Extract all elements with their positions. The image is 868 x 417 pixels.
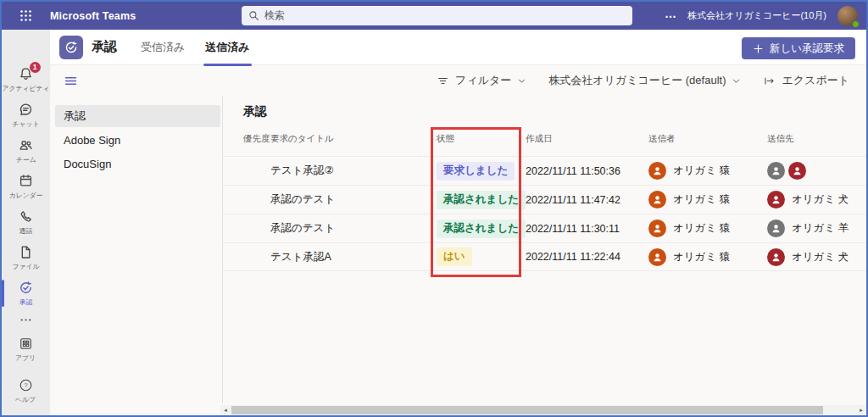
table-row[interactable]: 承認のテスト 承認されました 2022/11/11 11:47:42 オリガミ … xyxy=(222,185,866,214)
rail-item-more[interactable] xyxy=(2,309,50,330)
table-row[interactable]: 承認のテスト 承認されました 2022/11/11 11:30:11 オリガミ … xyxy=(222,214,866,242)
col-status[interactable]: 状態 xyxy=(437,133,526,145)
status-badge: 承認されました xyxy=(437,191,526,209)
recipient-avatar xyxy=(767,191,785,208)
tab-sent[interactable]: 送信済み xyxy=(205,36,249,58)
list-toolbar: フィルター 株式会社オリガミコーヒー (default) エクスポート xyxy=(50,65,866,96)
scroll-right-arrow[interactable]: ▸ xyxy=(856,405,866,415)
hamburger-icon xyxy=(64,74,78,88)
ellipsis-icon xyxy=(18,311,35,328)
col-recipient[interactable]: 送信先 xyxy=(767,133,866,145)
filter-dropdown[interactable]: フィルター xyxy=(437,73,526,88)
export-icon xyxy=(763,75,776,87)
scrollbar-thumb[interactable] xyxy=(231,406,823,414)
recipient-avatar xyxy=(767,248,785,266)
tenant-name: 株式会社オリガミコーヒー(10月) xyxy=(687,9,826,22)
table-row[interactable]: テスト承認② 要求しました 2022/11/11 11:50:36 オリガミ 猿 xyxy=(222,156,866,185)
rail-item-teams[interactable]: チーム xyxy=(2,133,50,169)
apps-icon xyxy=(18,336,35,353)
filter-icon xyxy=(437,75,449,87)
table-row[interactable]: テスト承認A はい 2022/11/11 11:22:44 オリガミ 猿 オリガ… xyxy=(222,242,866,271)
scroll-left-arrow[interactable]: ◂ xyxy=(220,405,231,415)
rail-item-help[interactable]: ? ヘルプ xyxy=(2,373,50,409)
waffle-menu-button[interactable] xyxy=(2,2,50,30)
sender-avatar xyxy=(648,191,666,208)
calendar-icon xyxy=(18,173,35,190)
rail-item-apps[interactable]: アプリ xyxy=(2,331,50,367)
sender-avatar xyxy=(648,220,666,237)
topbar: Microsoft Teams 検索 … 株式会社オリガミコーヒー(10月) xyxy=(2,2,866,30)
rail-item-chat[interactable]: チャット xyxy=(2,97,50,133)
col-title[interactable]: 要求のタイトル xyxy=(270,133,437,145)
rail-item-calls[interactable]: 通話 xyxy=(2,204,50,240)
presence-indicator xyxy=(852,20,860,28)
svg-text:?: ? xyxy=(24,381,28,389)
col-created[interactable]: 作成日 xyxy=(526,133,648,145)
status-badge: 承認されました xyxy=(437,220,526,238)
table-heading: 承認 xyxy=(243,104,866,120)
app-header: 承認 受信済み 送信済み 新しい承認要求 xyxy=(50,30,866,65)
recipient-avatar xyxy=(767,162,785,180)
app-rail: 1 アクティビティ チャット チーム xyxy=(2,30,50,415)
user-avatar[interactable] xyxy=(837,6,858,26)
panel-item-docusign[interactable]: DocuSign xyxy=(55,153,220,175)
search-icon xyxy=(248,10,259,21)
app-title: Microsoft Teams xyxy=(50,10,136,22)
notification-badge: 1 xyxy=(30,62,41,73)
horizontal-scrollbar[interactable]: ◂ ▸ xyxy=(220,405,866,415)
approvals-icon xyxy=(18,280,35,297)
file-icon xyxy=(18,244,35,261)
approvals-app-icon xyxy=(59,36,83,59)
panel-item-approvals[interactable]: 承認 xyxy=(55,105,220,127)
waffle-icon xyxy=(19,9,32,22)
plus-icon xyxy=(753,43,764,54)
col-sender[interactable]: 送信者 xyxy=(648,133,767,145)
sender-avatar xyxy=(648,162,666,180)
panel-item-adobe-sign[interactable]: Adobe Sign xyxy=(55,129,220,151)
status-badge: 要求しました xyxy=(437,162,515,181)
chevron-down-icon xyxy=(732,76,741,86)
collapse-panel-button[interactable] xyxy=(64,74,78,88)
approvals-table: 承認 優先度 要求のタイトル 状態 作成日 送信者 送信先 テスト承認② 要求し… xyxy=(222,96,866,403)
rail-item-files[interactable]: ファイル xyxy=(2,240,50,275)
bell-icon: 1 xyxy=(18,66,35,83)
topbar-more-button[interactable]: … xyxy=(665,9,676,23)
page-title: 承認 xyxy=(92,39,117,55)
phone-icon xyxy=(18,208,35,225)
search-input[interactable]: 検索 xyxy=(242,6,632,25)
rail-item-calendar[interactable]: カレンダー xyxy=(2,169,50,204)
col-priority[interactable]: 優先度 xyxy=(243,133,270,145)
tab-received[interactable]: 受信済み xyxy=(141,36,185,58)
rail-item-activity[interactable]: 1 アクティビティ xyxy=(2,62,50,97)
recipient-avatar xyxy=(767,220,785,237)
sender-avatar xyxy=(648,248,666,266)
team-selector-dropdown[interactable]: 株式会社オリガミコーヒー (default) xyxy=(548,73,741,88)
chat-icon xyxy=(18,102,35,119)
chevron-down-icon xyxy=(517,76,526,86)
status-badge: はい xyxy=(437,247,472,266)
teams-window: Microsoft Teams 検索 … 株式会社オリガミコーヒー(10月) xyxy=(0,0,868,417)
help-icon: ? xyxy=(18,377,35,394)
people-icon xyxy=(18,137,35,154)
export-button[interactable]: エクスポート xyxy=(763,73,849,88)
table-header-row: 優先度 要求のタイトル 状態 作成日 送信者 送信先 xyxy=(222,122,866,156)
provider-panel: 承認 Adobe Sign DocuSign xyxy=(50,96,222,403)
recipient-avatar xyxy=(788,162,806,180)
search-placeholder: 検索 xyxy=(264,8,285,23)
rail-item-approvals[interactable]: 承認 xyxy=(2,275,50,311)
new-approval-request-button[interactable]: 新しい承認要求 xyxy=(742,37,855,59)
